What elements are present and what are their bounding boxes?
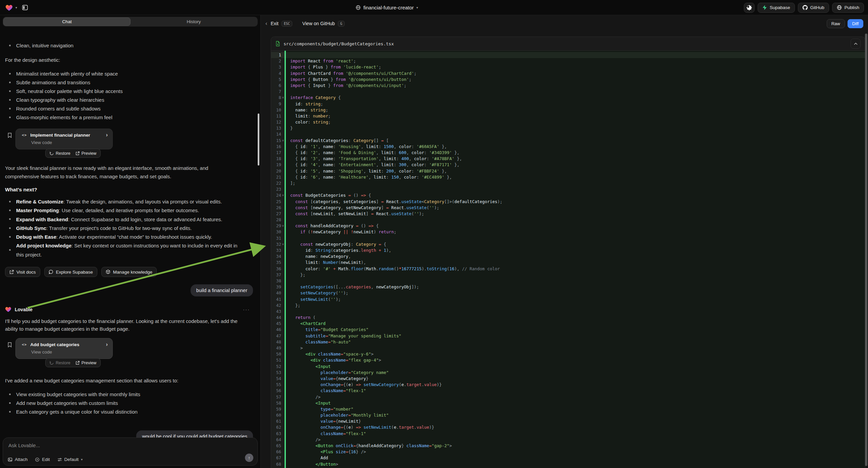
restore-preview-bar: Restore Preview (45, 358, 101, 367)
code-line-30: 30 if (!newCategory || !newLimit) return… (271, 229, 865, 235)
code-line-66: 66 <Plus size={16} /> (271, 449, 865, 455)
whats-next-item: Refine & Customize: Tweak the design, an… (5, 197, 240, 206)
chat-scrollbar[interactable] (258, 114, 259, 166)
more-options-icon[interactable]: ··· (243, 306, 250, 312)
code-line-39: 39 setCategories([...categories, newCate… (271, 284, 865, 290)
supabase-button[interactable]: Supabase (757, 3, 795, 13)
preview-button[interactable]: Preview (75, 360, 96, 365)
image-icon (8, 457, 12, 462)
code-line-50: 50 <div className="space-y-6"> (271, 351, 865, 357)
chevron-down-icon[interactable]: ▾ (16, 6, 17, 9)
code-line-63: 63 className="flex-1" (271, 431, 865, 437)
code-panel: ‹ Exit ESC View on GitHub G Raw Diff src… (260, 15, 868, 468)
diff-toggle-button[interactable]: Diff (847, 19, 863, 28)
code-line-53: 53 placeholder="Category name" (271, 370, 865, 376)
external-link-icon (75, 151, 80, 155)
raw-toggle-button[interactable]: Raw (827, 19, 845, 28)
fold-chevron-icon[interactable]: ∨ (281, 193, 284, 198)
preview-button[interactable]: Preview (75, 151, 96, 156)
restore-button[interactable]: Restore (50, 151, 70, 156)
code-scrollbar[interactable] (865, 34, 867, 466)
explore-supabase-button[interactable]: Explore Supabase (44, 267, 97, 277)
esc-key-badge: ESC (281, 21, 292, 27)
code-line-61: 61 value={newLimit} (271, 418, 865, 425)
code-line-11: 11 limit: number; (271, 113, 865, 119)
code-line-59: 59 type="number" (271, 406, 865, 412)
restore-icon (50, 151, 54, 155)
code-line-41: 41 setNewLimit(''); (271, 296, 865, 302)
fold-chevron-icon[interactable]: ∨ (281, 241, 284, 247)
version-card-add-budget-categories[interactable]: <> Add budget categories › View code (16, 338, 113, 359)
design-bullet: Rounded corners and subtle shadows (5, 105, 123, 113)
external-link-icon (75, 361, 80, 365)
code-line-24: 24∨const BudgetCategories = () => { (271, 193, 865, 198)
code-line-22: 22]; (271, 180, 865, 186)
code-line-15: 15∨const defaultCategories: Category[] =… (271, 138, 865, 144)
whats-next-item: Expand with Backend: Connect Supabase to… (5, 215, 240, 224)
code-line-16: 16 { id: '1', name: 'Housing', limit: 15… (271, 144, 865, 150)
whats-next-heading: What's next? (5, 187, 37, 193)
project-switcher[interactable]: financial-future-creator ▾ (355, 0, 418, 15)
code-line-33: 33 id: String(categories.length + 1), (271, 247, 865, 254)
attach-button[interactable]: Attach (8, 457, 28, 462)
lovable-logo[interactable] (5, 4, 13, 11)
tab-chat[interactable]: Chat (3, 18, 130, 26)
github-icon (803, 5, 808, 10)
github-button[interactable]: GitHub (798, 3, 829, 13)
globe-icon (355, 5, 361, 10)
design-bullet: Clean typography with clear hierarchies (5, 96, 123, 105)
code-line-55: 55 onChange={(e) => setNewCategory(e.tar… (271, 382, 865, 388)
file-added-icon (276, 41, 280, 46)
chat-input[interactable] (8, 442, 210, 448)
file-card: src/components/budget/BudgetCategories.t… (271, 37, 865, 468)
design-intro: For the design aesthetic: (5, 56, 60, 64)
file-header[interactable]: src/components/budget/BudgetCategories.t… (271, 37, 865, 51)
version-card-implement-financial-planner[interactable]: <> Implement financial planner › View co… (16, 128, 113, 149)
design-bullet: Subtle animations and transitions (5, 78, 123, 87)
code-line-45: 45 <ChartCard (271, 321, 865, 327)
fold-chevron-icon[interactable]: ∨ (281, 223, 284, 229)
visit-docs-button[interactable]: Visit docs (5, 267, 40, 277)
view-code-link[interactable]: View code (31, 140, 108, 145)
edit-button[interactable]: Edit (35, 457, 50, 462)
send-button[interactable]: ↑ (245, 454, 253, 462)
code-line-12: 12 color: string; (271, 119, 865, 125)
view-code-link[interactable]: View code (31, 350, 108, 354)
version-card-group: <> Implement financial planner › View co… (0, 128, 255, 160)
code-line-57: 57 /> (271, 394, 865, 400)
assistant-name: Lovable (15, 307, 33, 312)
bookmark-icon[interactable] (7, 342, 12, 348)
back-chevron-icon[interactable]: ‹ (266, 20, 268, 27)
publish-globe-icon (837, 5, 842, 10)
manage-knowledge-button[interactable]: Manage knowledge (101, 267, 157, 277)
code-line-9: 9 id: string; (271, 101, 865, 107)
bookmark-icon[interactable] (7, 133, 12, 138)
g-key-badge: G (338, 21, 345, 27)
restore-button[interactable]: Restore (50, 360, 70, 365)
code-line-2: 2import React from 'react'; (271, 58, 865, 64)
whats-next-item: Add project knowledge: Set key context o… (5, 241, 240, 259)
tab-history[interactable]: History (130, 18, 257, 26)
exit-button[interactable]: Exit (271, 21, 278, 26)
code-line-26: 26 const [newCategory, setNewCategory] =… (271, 205, 865, 211)
code-line-19: 19 { id: '4', name: 'Entertainment', lim… (271, 162, 865, 168)
code-line-58: 58 <Input (271, 400, 865, 406)
code-body[interactable]: 12import React from 'react';3import { Pl… (271, 51, 865, 468)
code-line-37: 37 }; (271, 272, 865, 278)
whats-next-item: Debug with Ease: Activate our experiment… (5, 233, 240, 241)
fold-chevron-icon[interactable]: ∨ (281, 138, 284, 144)
settings-button[interactable] (744, 3, 754, 13)
collapse-file-button[interactable] (850, 39, 861, 49)
chevron-right-icon: › (106, 342, 108, 347)
design-bullet: Minimalist interface with plenty of whit… (5, 69, 123, 78)
sidebar-toggle-icon[interactable] (20, 3, 30, 13)
code-line-35: 35 limit: Number(newLimit), (271, 260, 865, 266)
view-on-github-button[interactable]: View on GitHub (302, 21, 335, 26)
publish-button[interactable]: Publish (832, 3, 864, 13)
code-line-31: 31 (271, 235, 865, 241)
design-bullet-list: Minimalist interface with plenty of whit… (5, 69, 123, 122)
chat-history-tabs: Chat History (3, 17, 258, 27)
code-line-46: 46 title="Budget Categories" (271, 327, 865, 333)
fold-chevron-icon[interactable]: ∨ (281, 95, 284, 101)
mode-selector[interactable]: Default ▾ (57, 457, 83, 462)
